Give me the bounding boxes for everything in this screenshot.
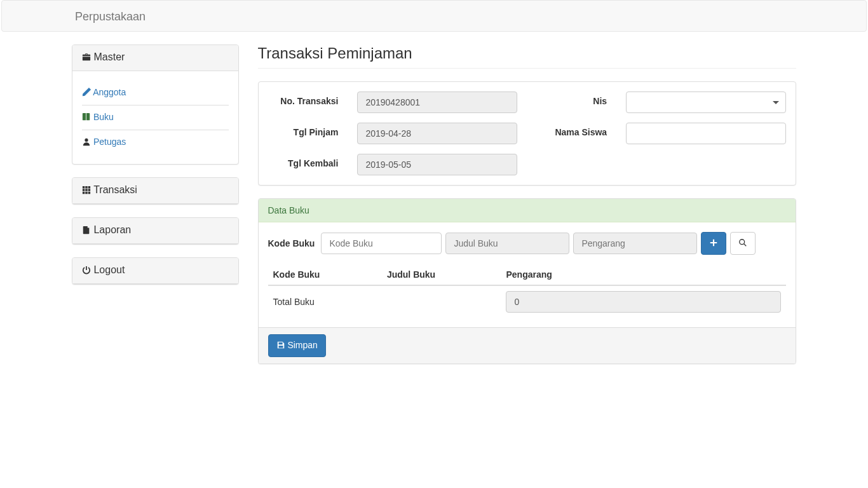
sidebar-item-label: Anggota bbox=[93, 87, 126, 97]
nama-siswa-label: Nama Siswa bbox=[527, 123, 616, 137]
sidebar-item-buku[interactable]: Buku bbox=[82, 105, 229, 130]
sidebar-item-label: Buku bbox=[93, 112, 114, 122]
briefcase-icon bbox=[82, 53, 91, 64]
simpan-label: Simpan bbox=[287, 340, 317, 350]
judul-buku-input bbox=[445, 233, 569, 254]
th-judul-buku: Judul Buku bbox=[382, 264, 501, 285]
sidebar-transaksi-heading[interactable]: Transaksi bbox=[72, 178, 238, 204]
th-kode-buku: Kode Buku bbox=[268, 264, 382, 285]
svg-point-0 bbox=[740, 240, 745, 245]
sidebar-panel-laporan: Laporan bbox=[72, 217, 239, 245]
nama-siswa-input[interactable] bbox=[626, 123, 786, 144]
table-row-total: Total Buku bbox=[268, 285, 787, 318]
navbar-brand[interactable]: Perpustakaan bbox=[65, 1, 155, 33]
add-book-button[interactable] bbox=[701, 232, 726, 255]
sidebar-item-anggota[interactable]: Anggota bbox=[82, 81, 229, 105]
kode-buku-input[interactable] bbox=[321, 233, 442, 254]
tgl-kembali-label: Tgl Kembali bbox=[259, 154, 348, 168]
book-icon bbox=[82, 112, 91, 123]
no-transaksi-label: No. Transaksi bbox=[259, 92, 348, 106]
sidebar-item-label: Petugas bbox=[93, 137, 126, 147]
sidebar-transaksi-title: Transaksi bbox=[93, 184, 137, 195]
grid-icon bbox=[82, 186, 91, 197]
save-icon bbox=[276, 340, 285, 353]
navbar: Perpustakaan bbox=[1, 0, 867, 32]
total-buku-input bbox=[506, 291, 781, 313]
tgl-pinjam-input bbox=[357, 123, 517, 144]
plus-icon bbox=[709, 238, 718, 250]
pengarang-input bbox=[573, 233, 697, 254]
nis-select[interactable] bbox=[626, 92, 786, 113]
sidebar-master-heading[interactable]: Master bbox=[72, 45, 238, 71]
pencil-icon bbox=[82, 88, 91, 98]
nis-label: Nis bbox=[527, 92, 616, 106]
total-buku-label: Total Buku bbox=[268, 285, 501, 318]
tgl-kembali-input bbox=[357, 154, 517, 175]
book-search-row: Kode Buku bbox=[268, 232, 787, 255]
no-transaksi-input bbox=[357, 92, 517, 113]
main-content: Transaksi Peminjaman No. Transaksi bbox=[248, 44, 806, 377]
sidebar-item-petugas[interactable]: Petugas bbox=[82, 130, 229, 154]
book-table: Kode Buku Judul Buku Pengarang Total Buk… bbox=[268, 264, 787, 318]
kode-buku-label: Kode Buku bbox=[268, 238, 315, 248]
sidebar-laporan-heading[interactable]: Laporan bbox=[72, 218, 238, 244]
sidebar-laporan-title: Laporan bbox=[93, 224, 131, 235]
search-icon bbox=[738, 238, 747, 250]
page-title: Transaksi Peminjaman bbox=[258, 44, 797, 69]
power-icon bbox=[82, 266, 91, 277]
data-buku-title: Data Buku bbox=[268, 205, 309, 215]
form-panel: No. Transaksi Tgl Pinjam bbox=[258, 81, 797, 186]
sidebar-panel-logout: Logout bbox=[72, 257, 239, 285]
sidebar: Master Anggota bbox=[62, 44, 248, 297]
search-book-button[interactable] bbox=[730, 232, 756, 255]
sidebar-master-title: Master bbox=[93, 51, 125, 62]
sidebar-panel-transaksi: Transaksi bbox=[72, 177, 239, 205]
simpan-button[interactable]: Simpan bbox=[268, 334, 326, 357]
sidebar-panel-master: Master Anggota bbox=[72, 44, 239, 165]
data-buku-panel: Data Buku Kode Buku bbox=[258, 198, 797, 364]
sidebar-logout-title: Logout bbox=[93, 264, 125, 275]
file-icon bbox=[82, 226, 91, 237]
tgl-pinjam-label: Tgl Pinjam bbox=[259, 123, 348, 137]
user-icon bbox=[82, 137, 91, 148]
sidebar-logout-heading[interactable]: Logout bbox=[72, 258, 238, 284]
th-pengarang: Pengarang bbox=[501, 264, 786, 285]
